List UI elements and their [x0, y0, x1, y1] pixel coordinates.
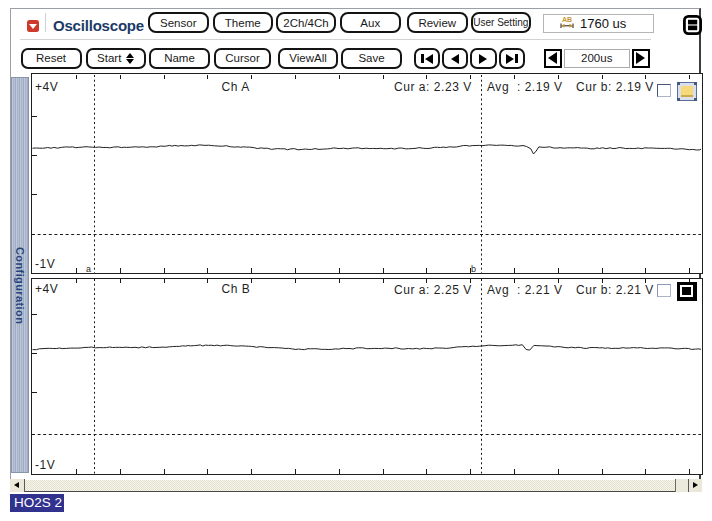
svg-text:AB: AB: [561, 16, 571, 23]
